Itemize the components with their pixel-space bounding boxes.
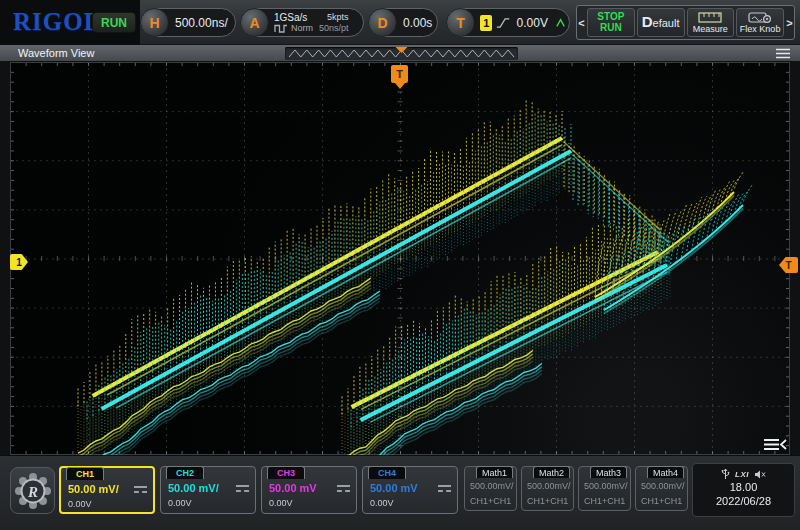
math-card-math2[interactable]: Math2 500.00mV/ CH1+CH1 xyxy=(521,466,574,511)
speaker-mute-icon xyxy=(754,469,766,480)
waveform-display-area[interactable]: T 1 T xyxy=(0,62,800,455)
display-menu-handle-icon[interactable] xyxy=(762,437,788,452)
ch3-tab: CH3 xyxy=(267,466,305,479)
ch1-tab: CH1 xyxy=(66,467,104,480)
math2-tab: Math2 xyxy=(533,466,570,478)
view-toolbar: Waveform View xyxy=(0,45,800,62)
toolbar-menu-icon[interactable] xyxy=(775,48,791,59)
square-wave-icon xyxy=(274,24,288,33)
math4-expression: CH1+CH1 xyxy=(641,496,682,506)
waveform-canvas[interactable] xyxy=(10,62,790,455)
sample-interval: 50ns/pt xyxy=(319,23,349,34)
math2-expression: CH1+CH1 xyxy=(527,496,568,506)
flex-knob-button[interactable]: Flex Knob xyxy=(736,8,784,37)
run-label: RUN xyxy=(600,23,622,33)
channel-status-bar: R CH1 50.00 mV/ 0.00V CH2 50.00 mV/ 0.00… xyxy=(0,455,800,530)
system-date: 2022/06/28 xyxy=(693,495,794,507)
rising-edge-slope-icon xyxy=(496,16,510,30)
ch3-offset: 0.00V xyxy=(269,498,293,508)
math3-tab: Math3 xyxy=(590,466,627,478)
math-card-math4[interactable]: Math4 500.00mV/ CH1+CH1 xyxy=(635,466,688,511)
math4-tab: Math4 xyxy=(647,466,684,478)
trigger-source-badge: 1 xyxy=(480,15,492,31)
dc-coupling-icon xyxy=(236,485,249,492)
ch1-offset: 0.00V xyxy=(68,499,92,509)
run-state-label: RUN xyxy=(101,16,127,30)
math4-scale: 500.00mV/ xyxy=(641,481,685,491)
acquisition-settings-button[interactable]: A 1GSa/s Norm 5kpts 50ns/pt xyxy=(240,8,364,37)
rigol-gear-logo[interactable]: R xyxy=(10,467,55,514)
trigger-activity-icon xyxy=(556,18,565,28)
h-keycap-icon: H xyxy=(140,8,169,37)
dc-coupling-icon xyxy=(438,485,451,492)
ch4-offset: 0.00V xyxy=(370,498,394,508)
math1-expression: CH1+CH1 xyxy=(470,496,511,506)
ch2-name: CH2 xyxy=(176,468,194,478)
gear-icon: R xyxy=(14,472,52,510)
waveform-overview-navigator[interactable] xyxy=(285,47,518,60)
t-keycap-icon: T xyxy=(446,8,475,37)
dc-coupling-icon xyxy=(337,485,350,492)
usb-icon xyxy=(721,468,730,480)
quick-panel-left-chevron[interactable]: < xyxy=(577,6,586,39)
ch3-name: CH3 xyxy=(277,468,295,478)
rigol-logo: RIGOL xyxy=(13,8,101,36)
default-button[interactable]: Default xyxy=(637,8,685,37)
channel-card-ch1[interactable]: CH1 50.00 mV/ 0.00V xyxy=(59,466,155,514)
measure-label: Measure xyxy=(693,24,728,34)
ch3-scale: 50.00 mV xyxy=(269,482,317,494)
system-clock-panel[interactable]: LXI 18.00 2022/06/28 xyxy=(692,463,795,517)
trigger-position-flag[interactable]: T xyxy=(391,65,408,83)
math2-scale: 500.00mV/ xyxy=(527,481,571,491)
stop-run-button[interactable]: STOP RUN xyxy=(587,8,635,37)
math-card-math1[interactable]: Math1 500.00mV/ CH1+CH1 xyxy=(464,466,517,511)
ch2-offset: 0.00V xyxy=(168,498,192,508)
math1-scale: 500.00mV/ xyxy=(470,481,514,491)
quick-buttons-panel: < STOP RUN Default Measure xyxy=(576,5,795,40)
acquire-mode: Norm xyxy=(291,23,313,34)
ch4-name: CH4 xyxy=(378,468,396,478)
math3-expression: CH1+CH1 xyxy=(584,496,625,506)
d-keycap-icon: D xyxy=(368,8,397,37)
channel-card-ch2[interactable]: CH2 50.00 mV/ 0.00V xyxy=(160,466,256,514)
view-title: Waveform View xyxy=(18,47,94,59)
ch4-tab: CH4 xyxy=(368,466,406,479)
ch1-name: CH1 xyxy=(76,469,94,479)
default-label: Default xyxy=(642,17,680,28)
quick-panel-right-chevron[interactable]: > xyxy=(785,6,794,39)
stop-label: STOP xyxy=(597,12,624,22)
channel-card-ch4[interactable]: CH4 50.00 mV 0.00V xyxy=(362,466,458,514)
trigger-settings-button[interactable]: T 1 0.00V xyxy=(446,8,570,37)
math1-tab: Math1 xyxy=(476,466,513,478)
svg-text:R: R xyxy=(26,483,37,499)
sample-rate: 1GSa/s xyxy=(274,12,313,23)
lxi-logo: LXI xyxy=(735,470,749,479)
trigger-delay-value: 0.00s xyxy=(397,16,438,30)
delay-settings-button[interactable]: D 0.00s xyxy=(368,8,438,37)
dc-coupling-icon xyxy=(134,486,147,493)
horizontal-settings-button[interactable]: H 500.00ns/ xyxy=(140,8,236,37)
timebase-scale: 500.00ns/ xyxy=(169,16,234,30)
run-state-badge[interactable]: RUN xyxy=(92,12,136,33)
ch1-scale: 50.00 mV/ xyxy=(68,483,119,495)
measure-button[interactable]: Measure xyxy=(687,8,735,37)
ch4-scale: 50.00 mV xyxy=(370,482,418,494)
trigger-level-value: 0.00V xyxy=(511,16,554,30)
ch2-tab: CH2 xyxy=(166,466,204,479)
system-time: 18.00 xyxy=(693,481,794,493)
ch2-scale: 50.00 mV/ xyxy=(168,482,219,494)
memory-depth: 5kpts xyxy=(319,12,349,23)
channel-card-ch3[interactable]: CH3 50.00 mV 0.00V xyxy=(261,466,357,514)
math-card-math3[interactable]: Math3 500.00mV/ CH1+CH1 xyxy=(578,466,631,511)
a-keycap-icon: A xyxy=(240,8,269,37)
ruler-icon xyxy=(698,12,722,23)
top-status-bar: RIGOL RUN H 500.00ns/ A 1GSa/s Norm xyxy=(0,0,800,45)
math3-scale: 500.00mV/ xyxy=(584,481,628,491)
oscilloscope-screen: RIGOL RUN H 500.00ns/ A 1GSa/s Norm xyxy=(0,0,800,530)
flex-knob-icon xyxy=(748,11,772,23)
flex-knob-label: Flex Knob xyxy=(740,24,781,34)
